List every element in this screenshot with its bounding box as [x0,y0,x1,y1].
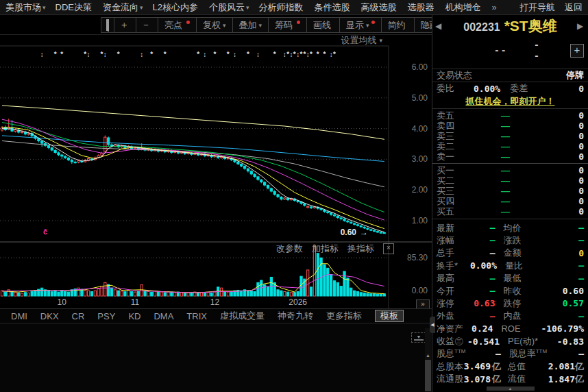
prev-stock-arrow-icon[interactable]: ◀ [435,21,443,31]
toolbar-button[interactable]: 筹码 [268,17,307,33]
stat-value: 0.60 [543,286,585,296]
svg-text:↕: ↕ [233,51,236,58]
ma-setting-dropdown[interactable]: 设置均线 ▾ [341,34,382,47]
indicator-tab[interactable]: 模板 [375,310,404,322]
chevron-down-icon: ▾ [259,22,262,29]
indicator-tab[interactable]: KD [128,311,140,321]
menu-item[interactable]: 个股风云 ▾ [209,1,249,14]
svg-text:↕: ↕ [103,51,107,58]
menu-item[interactable]: 条件选股 [315,1,352,14]
stat-value: — [454,223,495,233]
indicator-tab[interactable]: 神奇九转 [278,310,313,322]
queue-label: 买五 [437,206,468,218]
menu-item[interactable]: 打开导航 [519,1,555,14]
queue-price: — [468,110,543,121]
indicator-tab[interactable]: DMA [154,311,173,321]
stat-label: 涨跌 [504,234,543,247]
toolbar-button[interactable]: 画线 [306,17,340,33]
open-account-link[interactable]: 抓住机会，即刻开户！ [466,95,555,108]
toolbar-button[interactable]: 叠加 ▾ [232,17,269,33]
indicator-tab[interactable]: PSY [97,311,115,321]
menu-item-label: » [492,2,497,12]
scroll-up-arrow-icon[interactable]: ▲ [425,353,431,358]
toolbar-button[interactable]: 简约 [381,17,415,33]
menu-item[interactable]: 返回 [565,1,583,14]
toolbar-button[interactable]: ＋ [114,17,136,33]
chart-toolbar: ＋ － 亮点 复权 ▾ 叠加 ▾ [0,15,432,35]
stat-value: 0.00% [458,260,497,271]
stat-value: — [549,349,584,359]
add-indicator-button[interactable]: 加指标 [312,243,339,255]
stat-value: 0.63 [454,298,495,308]
menu-item[interactable]: 高级选股 [361,1,398,14]
toolbar-button-label: 叠加 [239,19,257,32]
menu-item[interactable]: 资金流向 ▾ [103,1,143,14]
add-to-watchlist-button[interactable]: + [570,44,584,58]
dock-panel-icon[interactable]: ▼ [411,332,426,343]
indicator-tab[interactable]: TRIX [186,311,207,321]
svg-text:↕: ↕ [289,51,293,58]
menu-item-label: 机构增仓 [445,1,481,14]
menu-item-label: DDE决策 [56,1,92,14]
stat-value: — [543,311,585,321]
menu-item[interactable]: 机构增仓 [445,1,482,14]
kline-chart[interactable]: 6.005.004.003.002.001.0085.300.001011122… [0,34,432,308]
svg-text:↕: ↕ [330,51,333,58]
stat-row: 今开 — 昨收 0.60 [432,284,588,297]
next-stock-arrow-icon[interactable]: ▶ [577,21,585,31]
toolbar-button[interactable]: 复权 ▾ [196,17,233,33]
indicator-tab[interactable]: 更多指标 [326,310,362,322]
panel-collapse-handle[interactable]: ◀ [430,317,435,333]
menu-item[interactable]: L2核心内参 [153,1,199,14]
switch-indicator-button[interactable]: 换指标 [347,243,374,255]
lock-button[interactable] [101,17,114,33]
stat-row: 涨幅 — 涨跌 — [432,234,588,247]
svg-text:12: 12 [210,297,220,307]
scrollbar-thumb[interactable] [425,360,431,391]
toolbar-button[interactable]: － [136,17,158,33]
toolbar-button[interactable]: 亮点 [158,17,197,33]
stat-label: 今开 [437,285,454,297]
queue-price: — [468,151,543,162]
indicator-tab[interactable]: 虚拟成交量 [220,310,265,322]
queue-volume: 0 [543,186,584,196]
indicator-tab[interactable]: DKX [40,311,59,321]
top-menubar: 美股市场 ▾ DDE决策 资金流向 ▾ L2核心内参 个股风云 ▾ 分析师指数 [0,0,588,15]
vertical-scrollbar[interactable]: ▲ [425,328,431,391]
change-params-button[interactable]: 改参数 [276,243,303,255]
svg-text:*: * [164,51,167,58]
menu-item[interactable]: 美股市场 ▾ [5,1,46,14]
menu-item[interactable]: DDE决策 [56,1,93,14]
svg-text:0.60: 0.60 [341,228,357,237]
svg-text:ĉ: ĉ [43,228,47,236]
menu-item[interactable]: » [492,2,498,12]
stat-label: 净资产 [437,323,463,335]
stat-value: 0.57 [543,298,585,308]
indicator-tab[interactable]: DMI [11,311,27,321]
quote-header: ◀ 002231*ST奥维 ▶ [432,15,588,37]
menu-item[interactable]: 选股器 [408,1,436,14]
stat-label: 均价 [504,222,543,234]
stat-value: 1.847 [548,374,575,384]
svg-text:*: * [150,51,153,58]
svg-text:*: * [323,51,326,58]
stat-label: 收益㊂ [437,335,463,347]
toolbar-button[interactable]: 显示 ▾ [339,17,382,33]
stat-value: — [543,235,585,245]
stat-value: 3.469 [463,361,491,371]
svg-text:↕: ↕ [40,51,44,58]
open-account-link-row: 抓住机会，即刻开户！ [432,95,588,109]
svg-text:4.00: 4.00 [412,124,428,134]
menu-item-label: 返回 [565,1,583,14]
chevron-down-icon: ▾ [42,4,46,11]
svg-text:5.00: 5.00 [412,93,428,103]
close-icon[interactable]: × [383,243,394,254]
stat-row: 净资产 0.24 ROE -106.79% [432,323,588,335]
trade-status-value: 停牌 [566,69,584,82]
stat-row: 收益㊂ -0.541 PE(动)* -0.83 [432,335,588,347]
panel-resize-grip[interactable]: ▲ [432,385,588,392]
menu-item-label: 打开导航 [519,1,555,14]
menu-item[interactable]: 分析师指数 [259,1,305,14]
stat-unit: 亿 [575,373,584,385]
indicator-tab[interactable]: CR [72,311,85,321]
